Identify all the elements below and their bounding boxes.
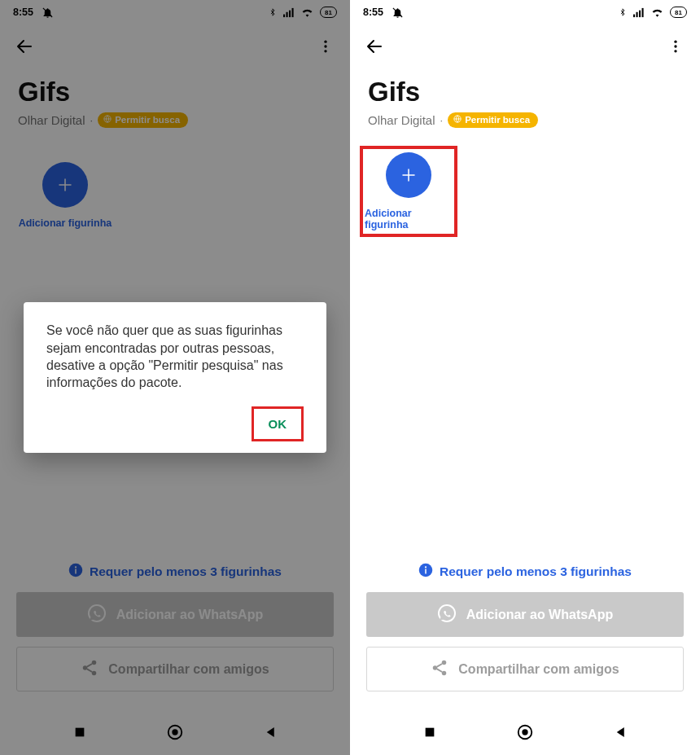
signal-icon [633,7,645,18]
svg-point-37 [522,729,527,735]
svg-rect-20 [633,14,635,17]
info-icon [418,563,433,581]
wifi-icon [651,7,663,17]
nav-back-button[interactable] [605,716,637,748]
alarm-mute-icon [392,7,404,19]
system-nav-bar [350,709,700,755]
plus-icon [386,152,431,198]
svg-point-26 [674,50,676,52]
bluetooth-icon [619,7,627,18]
share-icon [431,659,448,680]
pack-header: Gifs Olhar Digital · Permitir busca [350,68,700,131]
pack-author: Olhar Digital [368,113,435,127]
whatsapp-icon [437,604,457,626]
svg-point-30 [425,566,427,568]
separator-dot: · [440,114,444,126]
svg-point-34 [442,670,447,675]
phone-left: 8:55 81 [0,0,350,755]
svg-point-32 [442,660,447,665]
status-time: 8:55 [363,7,383,18]
phone-right: 8:55 81 [350,0,700,755]
nav-recents-button[interactable] [413,716,446,748]
sticker-grid: Adicionar figurinha [350,131,700,555]
svg-rect-21 [637,11,638,16]
nav-home-button[interactable] [509,716,541,748]
highlight-box: OK [252,406,304,441]
badge-label: Permitir busca [465,116,530,125]
add-sticker-tile[interactable]: Adicionar figurinha [365,151,453,232]
battery-icon: 81 [670,7,687,18]
svg-point-24 [674,41,676,43]
dialog-message: Se você não quer que as suas figurinhas … [46,322,304,392]
svg-rect-23 [642,7,644,16]
page-title: Gifs [368,77,682,108]
svg-point-33 [433,665,438,670]
info-dialog: Se você não quer que as suas figurinhas … [24,302,326,453]
globe-icon [453,115,462,125]
add-sticker-label: Adicionar figurinha [365,208,453,230]
min-sticker-requirement: Requer pelo menos 3 figurinhas [366,563,684,581]
bottom-region: Requer pelo menos 3 figurinhas Adicionar… [350,555,700,709]
dialog-ok-button[interactable]: OK [260,412,295,436]
status-bar: 8:55 81 [350,0,700,24]
svg-rect-35 [425,728,434,737]
svg-rect-29 [425,569,427,574]
app-toolbar [350,24,700,68]
svg-rect-22 [639,10,641,16]
add-to-whatsapp-button[interactable]: Adicionar ao WhatsApp [366,592,684,637]
share-with-friends-button[interactable]: Compartilhar com amigos [366,647,684,691]
search-allowed-badge[interactable]: Permitir busca [448,112,538,128]
highlight-box: Adicionar figurinha [360,146,457,237]
back-button[interactable] [363,35,386,58]
overflow-menu-button[interactable] [664,35,687,58]
svg-point-25 [674,45,676,47]
